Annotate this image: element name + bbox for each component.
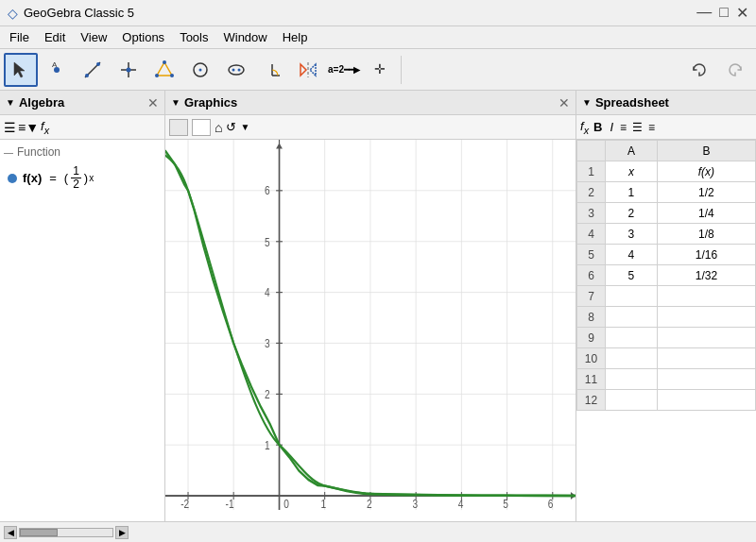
ss-cell-a[interactable] (606, 348, 658, 369)
ss-row: 321/4 (577, 203, 756, 224)
tool-point[interactable]: A (40, 53, 74, 87)
ss-row: 431/8 (577, 224, 756, 245)
algebra-input-icon[interactable]: fx (41, 119, 49, 136)
scroll-right-button[interactable]: ▶ (115, 526, 129, 539)
ss-row: 11 (577, 369, 756, 390)
ss-align-left-icon[interactable]: ≡ (618, 121, 628, 134)
ss-row-num: 9 (577, 328, 606, 348)
menu-options[interactable]: Options (116, 28, 170, 46)
ss-cell-b[interactable] (657, 390, 755, 411)
algebra-sort-icon[interactable]: ≡▼ (18, 120, 39, 135)
ss-cell-a[interactable] (606, 369, 658, 390)
graphics-dropdown-icon[interactable]: ▼ (240, 122, 249, 132)
menu-help[interactable]: Help (277, 28, 314, 46)
ss-cell-b[interactable] (657, 286, 755, 307)
ss-row-num: 12 (577, 390, 606, 411)
svg-point-14 (199, 68, 202, 71)
tool-move[interactable]: ✛ (363, 53, 397, 87)
tool-text[interactable]: a=2━━▶ (327, 53, 361, 87)
svg-marker-9 (157, 62, 172, 76)
menu-tools[interactable]: Tools (174, 28, 214, 46)
ss-bold-icon[interactable]: B (591, 120, 605, 134)
ss-fx-icon[interactable]: fx (580, 119, 589, 136)
menu-edit[interactable]: Edit (39, 28, 71, 46)
ss-cell-b[interactable]: 1/8 (657, 224, 755, 245)
ss-cell-a[interactable] (606, 286, 658, 307)
ss-cell-b[interactable] (657, 348, 755, 369)
ss-row: 9 (577, 328, 756, 348)
ss-row: 1xf(x) (577, 161, 756, 182)
scroll-track[interactable] (19, 528, 113, 537)
svg-text:✛: ✛ (374, 61, 386, 76)
algebra-close[interactable]: ✕ (147, 95, 159, 110)
close-button[interactable]: ✕ (736, 4, 748, 22)
tool-angle[interactable] (255, 53, 289, 87)
tool-conic[interactable] (219, 53, 253, 87)
ss-cell-b[interactable]: 1/2 (657, 182, 755, 203)
svg-point-17 (238, 68, 241, 71)
ss-row-num: 10 (577, 348, 606, 369)
ss-cell-b[interactable]: 1/4 (657, 203, 755, 224)
ss-cell-a[interactable]: 5 (606, 265, 658, 286)
ss-cell-a[interactable]: 4 (606, 245, 658, 265)
ss-cell-a[interactable] (606, 307, 658, 328)
ss-cell-b[interactable] (657, 328, 755, 348)
ss-cell-b[interactable]: 1/16 (657, 245, 755, 265)
redo-button[interactable] (718, 53, 752, 87)
graphics-home-icon[interactable]: ⌂ (215, 120, 222, 135)
ss-cell-a[interactable]: 2 (606, 203, 658, 224)
graphics-close[interactable]: ✕ (558, 95, 570, 110)
algebra-menu-icon[interactable]: ☰ (4, 120, 16, 135)
spreadsheet-panel: ▼ Spreadsheet fx B I ≡ ☰ ≡ A B 1xf(x) (576, 91, 756, 521)
ss-italic-icon[interactable]: I (607, 120, 616, 134)
menu-view[interactable]: View (75, 28, 112, 46)
category-collapse-icon[interactable]: — (4, 147, 13, 158)
tool-select[interactable] (4, 53, 38, 87)
graphics-style-box[interactable] (169, 119, 188, 136)
ss-row-num: 6 (577, 265, 606, 286)
tool-circle[interactable] (183, 53, 217, 87)
ss-cell-b[interactable] (657, 369, 755, 390)
tool-polygon[interactable] (147, 53, 181, 87)
ss-row-num: 4 (577, 224, 606, 245)
scroll-left-button[interactable]: ◀ (4, 526, 17, 539)
graphics-canvas[interactable]: -2 -1 0 1 2 3 4 5 6 6 5 4 3 2 1 (165, 140, 576, 521)
menu-window[interactable]: Window (217, 28, 272, 46)
ss-cell-a[interactable] (606, 390, 658, 411)
maximize-button[interactable]: □ (719, 4, 729, 22)
minimize-button[interactable]: — (696, 4, 712, 22)
ss-align-center-icon[interactable]: ☰ (630, 121, 644, 134)
ss-col-b[interactable]: B (657, 141, 755, 161)
algebra-header: ▼ Algebra ✕ (0, 91, 164, 115)
ss-row: 651/32 (577, 265, 756, 286)
ss-cell-a[interactable]: x (606, 161, 658, 182)
toolbar-separator (401, 56, 402, 84)
ss-body: 1xf(x)211/2321/4431/8541/16651/327891011… (577, 161, 756, 411)
ss-col-a[interactable]: A (606, 141, 658, 161)
ss-cell-b[interactable]: 1/32 (657, 265, 755, 286)
undo-button[interactable] (682, 53, 716, 87)
ss-row: 10 (577, 348, 756, 369)
function-entry: f(x) = ( 1 2 ) x (4, 162, 161, 194)
fraction-display: 1 2 (70, 164, 82, 192)
ss-row-num: 1 (577, 161, 606, 182)
ss-cell-a[interactable] (606, 328, 658, 348)
graphics-style-box2[interactable] (192, 119, 211, 136)
graphics-undo-icon[interactable]: ↺ (226, 120, 236, 134)
algebra-toolbar: ☰ ≡▼ fx (0, 115, 164, 140)
tool-line[interactable] (76, 53, 110, 87)
function-formula: ( 1 2 ) x (64, 164, 94, 192)
tool-reflect[interactable] (291, 53, 325, 87)
menu-file[interactable]: File (4, 28, 35, 46)
tool-intersect[interactable] (112, 53, 146, 87)
svg-point-12 (155, 74, 159, 77)
ss-cell-a[interactable]: 3 (606, 224, 658, 245)
graphics-toolbar: ⌂ ↺ ▼ (165, 115, 576, 140)
ss-cell-b[interactable]: f(x) (657, 161, 755, 182)
svg-text:2: 2 (367, 498, 372, 510)
ss-align-right-icon[interactable]: ≡ (646, 121, 657, 134)
ss-cell-b[interactable] (657, 307, 755, 328)
ss-header-row: A B (577, 141, 756, 161)
graphics-header: ▼ Graphics ✕ (165, 91, 576, 115)
ss-cell-a[interactable]: 1 (606, 182, 658, 203)
